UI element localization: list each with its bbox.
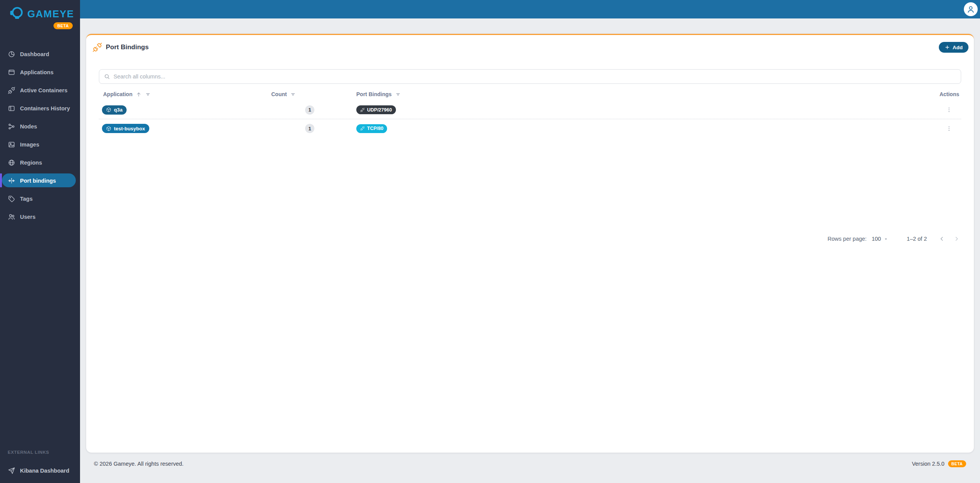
sidebar-item-images[interactable]: Images [0, 135, 80, 153]
next-page-button[interactable] [951, 233, 962, 244]
table-row: q3a 1 UDP/27960 [99, 101, 961, 119]
add-button[interactable]: Add [939, 42, 968, 53]
regions-icon [8, 159, 15, 167]
port-binding-label: TCP/80 [367, 126, 383, 131]
add-button-label: Add [953, 45, 963, 50]
package-icon [106, 107, 111, 112]
active-containers-icon [8, 87, 15, 94]
rows-per-page-select[interactable]: 100 [871, 236, 888, 242]
sidebar-item-dashboard[interactable]: Dashboard [0, 45, 80, 63]
version-beta-badge: BETA [948, 460, 966, 467]
sidebar-item-label: Nodes [20, 123, 37, 130]
port-binding-badge: UDP/27960 [356, 105, 396, 114]
page-title: Port Bindings [106, 43, 149, 51]
table-row: test-busybox 1 TCP/80 [99, 119, 961, 138]
external-links-section: EXTERNAL LINKS Kibana Dashboard [0, 450, 80, 483]
card-header: Port Bindings Add [86, 35, 974, 55]
chevron-left-icon [939, 236, 945, 242]
sidebar-nav: Dashboard Applications Active Containers… [0, 45, 80, 226]
port-binding-badge: TCP/80 [356, 124, 387, 133]
external-links-header: EXTERNAL LINKS [0, 450, 80, 455]
application-badge: q3a [102, 105, 127, 115]
rows-per-page-value: 100 [871, 236, 881, 242]
column-header-count[interactable]: Count [271, 91, 287, 97]
filter-icon[interactable] [395, 92, 401, 97]
sidebar-item-label: Users [20, 214, 35, 220]
port-bindings-table: Application Count [99, 88, 961, 138]
count-badge: 1 [305, 124, 314, 133]
port-bindings-icon [8, 177, 15, 185]
application-name: q3a [114, 107, 122, 113]
dashboard-icon [8, 50, 15, 58]
main-area: Port Bindings Add Application [80, 0, 980, 483]
logo-beta-badge: BETA [53, 22, 73, 29]
kebab-menu-icon [946, 125, 952, 132]
filter-icon[interactable] [145, 92, 151, 97]
version-text: Version 2.5.0 [912, 461, 945, 467]
port-bindings-card: Port Bindings Add Application [86, 34, 974, 453]
application-badge: test-busybox [102, 124, 149, 133]
table-header-row: Application Count [99, 88, 961, 101]
sidebar-item-label: Port bindings [20, 178, 56, 184]
users-icon [8, 213, 15, 221]
column-header-application[interactable]: Application [103, 91, 132, 97]
sidebar-item-tags[interactable]: Tags [0, 190, 80, 208]
sidebar-item-nodes[interactable]: Nodes [0, 117, 80, 135]
sidebar-item-port-bindings[interactable]: Port bindings [0, 172, 80, 190]
row-actions-menu-button[interactable] [943, 123, 954, 134]
sort-asc-icon[interactable] [136, 92, 142, 97]
brand-wordmark: GAMEYE [27, 8, 74, 20]
sidebar-item-label: Dashboard [20, 51, 49, 57]
port-binding-label: UDP/27960 [367, 107, 392, 113]
search-input[interactable] [114, 73, 956, 80]
user-avatar-button[interactable] [964, 2, 978, 16]
send-icon [8, 467, 15, 475]
sidebar-item-label: Active Containers [20, 87, 67, 93]
nodes-icon [8, 123, 15, 130]
sidebar-item-label: Containers History [20, 105, 70, 112]
package-icon [106, 126, 111, 131]
kebab-menu-icon [946, 107, 952, 113]
sidebar-item-kibana-dashboard[interactable]: Kibana Dashboard [0, 462, 80, 479]
sidebar-item-users[interactable]: Users [0, 208, 80, 226]
page-footer: © 2026 Gameye. All rights reserved. Vers… [80, 453, 980, 483]
application-name: test-busybox [114, 126, 145, 132]
chevron-right-icon [953, 236, 960, 242]
images-icon [8, 141, 15, 148]
count-badge: 1 [305, 105, 314, 115]
cable-icon [360, 108, 365, 112]
person-icon [966, 5, 975, 14]
rows-per-page-label: Rows per page: [828, 236, 867, 242]
filter-icon[interactable] [290, 92, 296, 97]
cable-icon [360, 126, 365, 131]
sidebar-item-containers-history[interactable]: Containers History [0, 99, 80, 117]
external-link-label: Kibana Dashboard [20, 468, 69, 474]
row-actions-menu-button[interactable] [943, 105, 954, 115]
page-range: 1–2 of 2 [907, 236, 927, 242]
topbar [80, 0, 980, 18]
app-window: GAMEYE BETA Dashboard Applications Activ… [0, 0, 980, 483]
sidebar-item-label: Tags [20, 196, 33, 202]
sidebar-item-label: Images [20, 142, 39, 148]
search-bar [99, 69, 961, 84]
tags-icon [8, 195, 15, 203]
gameye-logo-icon [9, 5, 25, 23]
pagination-bar: Rows per page: 100 1–2 of 2 [86, 231, 974, 246]
logo-block: GAMEYE BETA [0, 0, 80, 32]
previous-page-button[interactable] [937, 233, 947, 244]
plus-icon [945, 45, 950, 50]
sidebar-item-active-containers[interactable]: Active Containers [0, 81, 80, 99]
sidebar-item-applications[interactable]: Applications [0, 63, 80, 81]
sidebar-item-label: Regions [20, 160, 42, 166]
applications-icon [8, 68, 15, 76]
sidebar-item-label: Applications [20, 69, 53, 75]
content-area: Port Bindings Add Application [80, 18, 980, 453]
containers-history-icon [8, 105, 15, 112]
plug-icon [92, 42, 102, 52]
column-header-actions: Actions [940, 91, 959, 97]
caret-down-icon [883, 237, 888, 242]
sidebar-item-regions[interactable]: Regions [0, 153, 80, 172]
column-header-port-bindings[interactable]: Port Bindings [356, 91, 392, 97]
active-item-accent-bar [0, 173, 2, 187]
copyright-text: © 2026 Gameye. All rights reserved. [94, 461, 184, 467]
